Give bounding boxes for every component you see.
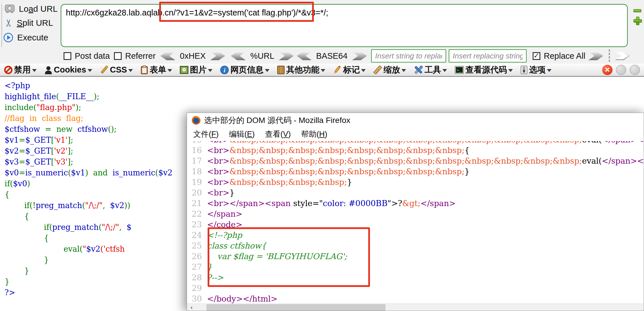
circle-button-icon[interactable] [630, 65, 640, 75]
url-input[interactable]: http://cx6gzka28.lab.aqlab.cn/?v1=1&v2=s… [61, 4, 628, 47]
tools-icon [414, 66, 423, 74]
base64-encoder-group: BASE64 [297, 49, 367, 62]
hex-decode-arrow[interactable] [160, 52, 175, 60]
devbar-item-disable[interactable]: 禁用 [4, 64, 37, 76]
devbar-window-controls: ✕ [602, 65, 640, 75]
code-line: 24<!--?php [187, 230, 644, 240]
menu-help[interactable]: 帮助(H) [301, 129, 328, 139]
code-line: 27} [187, 262, 644, 272]
code-line: 20<br>} [187, 187, 644, 198]
code-line: { [5, 189, 172, 200]
line-number: 18 [187, 166, 202, 177]
code-line: 26 var $flag = 'BLFGYIHUOFLAG'; [187, 251, 644, 262]
post-data-toggle[interactable]: Post data [64, 49, 110, 62]
window-titlebar[interactable]: 选中部分的 DOM 源代码 - Mozilla Firefox [187, 113, 644, 128]
line-number: 30 [187, 294, 202, 304]
devbar-item-options[interactable]: 选项 [521, 64, 552, 76]
split-url-button[interactable]: ✂ Split URL [5, 17, 53, 29]
devbar-item-outline[interactable]: 标记 [333, 64, 366, 76]
post-data-checkbox[interactable] [64, 52, 71, 60]
circle-button-icon[interactable] [616, 65, 626, 75]
code-line: 22</span> [187, 209, 644, 219]
code-line: } [5, 255, 172, 265]
load-url-button[interactable]: Load URL [5, 4, 58, 14]
line-number: 27 [187, 262, 202, 272]
replace-all-checkbox[interactable]: ✓ [533, 52, 540, 60]
code-line: ?> [5, 287, 172, 298]
pencil-icon [333, 66, 342, 74]
devbar-label: Cookies [54, 65, 86, 75]
line-number: 20 [187, 187, 202, 198]
chevron-down-icon [32, 69, 37, 72]
devbar-item-pageinfo[interactable]: i 网页信息 [220, 64, 269, 76]
chevron-down-icon [321, 69, 325, 72]
devbar-label: 标记 [343, 64, 360, 76]
menu-view[interactable]: 查看(V) [265, 129, 291, 139]
php-code: <?phphighlight_file(__FILE__);include("f… [5, 80, 172, 298]
code-line: } [5, 265, 172, 276]
urlenc-encode-arrow[interactable] [279, 52, 294, 60]
load-url-label: Load URL [19, 4, 58, 14]
devbar-label: 缩放 [383, 64, 400, 76]
base64-label: BASE64 [316, 51, 348, 61]
devbar-item-cookies[interactable]: Cookies [44, 65, 92, 75]
code-line: highlight_file(__FILE__); [5, 91, 172, 102]
clipped-source-line: 15<br>&nbsp;&nbsp;&nbsp;&nbsp;&nbsp;&nbs… [187, 141, 644, 145]
menu-edit[interactable]: 编辑(E) [229, 129, 255, 139]
ban-icon [4, 66, 13, 74]
line-number: 21 [187, 198, 202, 209]
screen: Load URL ✂ Split URL Execute http://cx6g… [0, 0, 644, 311]
divider-dashed [609, 49, 610, 62]
code-line: 28?--> [187, 272, 644, 283]
base64-encode-arrow[interactable] [352, 52, 367, 60]
replace-run-arrow[interactable] [588, 52, 603, 60]
devbar-label: CSS [110, 65, 127, 75]
horizontal-scrollbar[interactable]: ‹ [187, 304, 644, 311]
panel-grip [1, 4, 2, 47]
scroll-left-icon[interactable]: ‹ [187, 304, 196, 311]
code-line: { [5, 233, 172, 244]
devbar-label: 禁用 [14, 64, 31, 76]
code-line: $v3=$_GET['v3']; [5, 157, 172, 167]
replace-all-toggle[interactable]: ✓ Replace All [533, 49, 585, 62]
referrer-checkbox[interactable] [114, 52, 122, 60]
chevron-down-icon [168, 69, 172, 72]
replace-target-input[interactable] [449, 49, 527, 62]
line-number: 23 [187, 219, 202, 230]
line-number: 15 [187, 141, 202, 145]
chevron-down-icon [128, 69, 133, 72]
code-line: 19<br>&nbsp;&nbsp;&nbsp;&nbsp;} [187, 177, 644, 187]
urlenc-decode-arrow[interactable] [231, 52, 246, 60]
devbar-item-misc[interactable]: 其他功能 [277, 64, 325, 76]
code-line: $v1=$_GET['v1']; [5, 135, 172, 146]
execute-label: Execute [17, 33, 48, 42]
devbar-item-viewsource[interactable]: >_ 查看源代码 [455, 64, 513, 76]
code-line: 30</body></html> [187, 294, 644, 304]
chevron-down-icon [442, 69, 447, 72]
menu-file[interactable]: 文件(F) [193, 129, 219, 139]
devbar-item-css[interactable]: CSS [100, 65, 133, 75]
base64-decode-arrow[interactable] [297, 52, 312, 60]
line-number: 22 [187, 209, 202, 219]
devbar-item-forms[interactable]: 表单 [141, 64, 172, 76]
hex-encode-arrow[interactable] [210, 52, 225, 60]
devbar-item-tools[interactable]: 工具 [414, 64, 447, 76]
devbar-item-resize[interactable]: 缩放 [373, 64, 406, 76]
chevron-down-icon [208, 69, 212, 72]
firefox-icon [192, 116, 201, 125]
expand-plus-icon[interactable] [633, 17, 642, 25]
ruler-icon [373, 66, 382, 74]
extra-run-arrow[interactable] [615, 52, 630, 60]
referrer-toggle[interactable]: Referrer [114, 49, 155, 62]
post-data-label: Post data [75, 51, 110, 61]
window-menubar: 文件(F) 编辑(E) 查看(V) 帮助(H) [187, 128, 644, 140]
devbar-label: 选项 [529, 64, 545, 76]
devbar-item-images[interactable]: 图片 [180, 64, 212, 76]
code-line: } [5, 276, 172, 287]
close-icon[interactable]: ✕ [602, 65, 613, 75]
execute-button[interactable]: Execute [3, 33, 48, 42]
check-icon: ✓ [533, 52, 540, 59]
scrollbar-thumb[interactable] [206, 304, 385, 311]
collapse-minus-icon[interactable] [633, 9, 641, 12]
replace-source-input[interactable] [371, 49, 446, 62]
